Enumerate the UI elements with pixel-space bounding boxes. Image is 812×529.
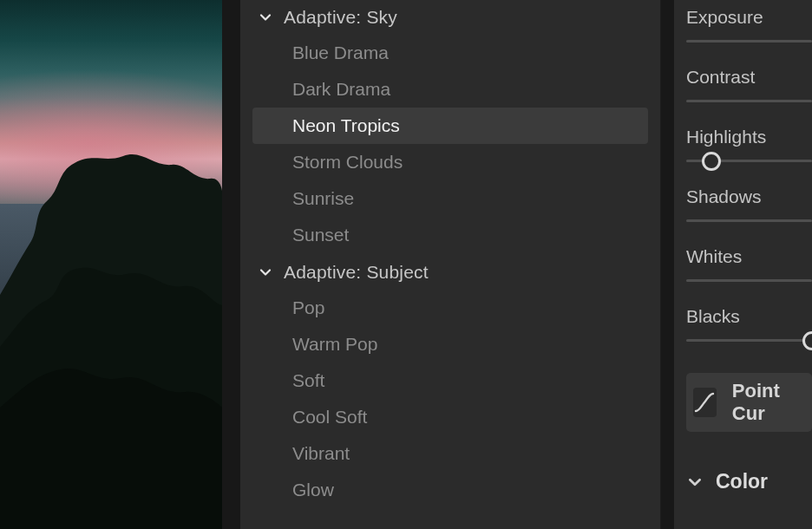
blacks-label: Blacks	[686, 306, 812, 327]
preset-group-adaptive-sky[interactable]: Adaptive: Sky	[252, 0, 648, 35]
slider-thumb[interactable]	[702, 152, 721, 171]
preset-item-dark-drama[interactable]: Dark Drama	[252, 71, 648, 108]
contrast-slider[interactable]: Contrast	[686, 67, 812, 102]
exposure-label: Exposure	[686, 7, 812, 28]
preset-item-neon-tropics[interactable]: Neon Tropics	[252, 108, 648, 144]
slider-track[interactable]	[686, 219, 812, 222]
preset-item-blue-drama[interactable]: Blue Drama	[252, 35, 648, 71]
shadows-label: Shadows	[686, 186, 812, 207]
shadows-slider[interactable]: Shadows	[686, 186, 812, 222]
color-section-header[interactable]: Color	[686, 470, 812, 493]
slider-track[interactable]	[686, 100, 812, 102]
adjustments-panel: Exposure Contrast Highlights Shadows Whi…	[674, 0, 812, 529]
whites-slider[interactable]: Whites	[686, 246, 812, 282]
preset-group-label: Adaptive: Subject	[284, 262, 429, 283]
preset-item-warm-pop[interactable]: Warm Pop	[252, 326, 648, 362]
exposure-slider[interactable]: Exposure	[686, 7, 812, 42]
curve-icon	[693, 388, 717, 417]
presets-panel: Adaptive: Sky Blue Drama Dark Drama Neon…	[240, 0, 661, 529]
highlights-slider[interactable]: Highlights	[686, 127, 812, 162]
color-section-label: Color	[716, 470, 768, 493]
chevron-down-icon	[686, 473, 704, 491]
slider-track[interactable]	[686, 40, 812, 42]
slider-track[interactable]	[686, 160, 812, 162]
whites-label: Whites	[686, 246, 812, 267]
slider-track[interactable]	[686, 279, 812, 282]
preset-item-glow[interactable]: Glow	[252, 472, 648, 508]
preset-item-pop[interactable]: Pop	[252, 290, 648, 326]
preset-item-cool-soft[interactable]: Cool Soft	[252, 399, 648, 435]
panel-divider	[661, 0, 674, 529]
chevron-down-icon	[258, 10, 273, 25]
preset-item-vibrant[interactable]: Vibrant	[252, 435, 648, 472]
slider-thumb[interactable]	[802, 331, 812, 350]
chevron-down-icon	[258, 264, 273, 280]
preset-item-storm-clouds[interactable]: Storm Clouds	[252, 144, 648, 180]
tree-silhouette-icon	[0, 147, 222, 529]
preset-item-sunrise[interactable]: Sunrise	[252, 180, 648, 217]
highlights-label: Highlights	[686, 127, 812, 147]
point-curve-label: Point Cur	[732, 380, 800, 425]
image-preview	[0, 0, 222, 529]
point-curve-button[interactable]: Point Cur	[686, 373, 812, 432]
preset-group-adaptive-subject[interactable]: Adaptive: Subject	[252, 253, 648, 290]
slider-track[interactable]	[686, 339, 812, 342]
preset-group-label: Adaptive: Sky	[284, 7, 397, 28]
blacks-slider[interactable]: Blacks	[686, 306, 812, 342]
preset-item-sunset[interactable]: Sunset	[252, 217, 648, 253]
panel-divider	[222, 0, 240, 529]
preset-item-soft[interactable]: Soft	[252, 362, 648, 399]
contrast-label: Contrast	[686, 67, 812, 88]
